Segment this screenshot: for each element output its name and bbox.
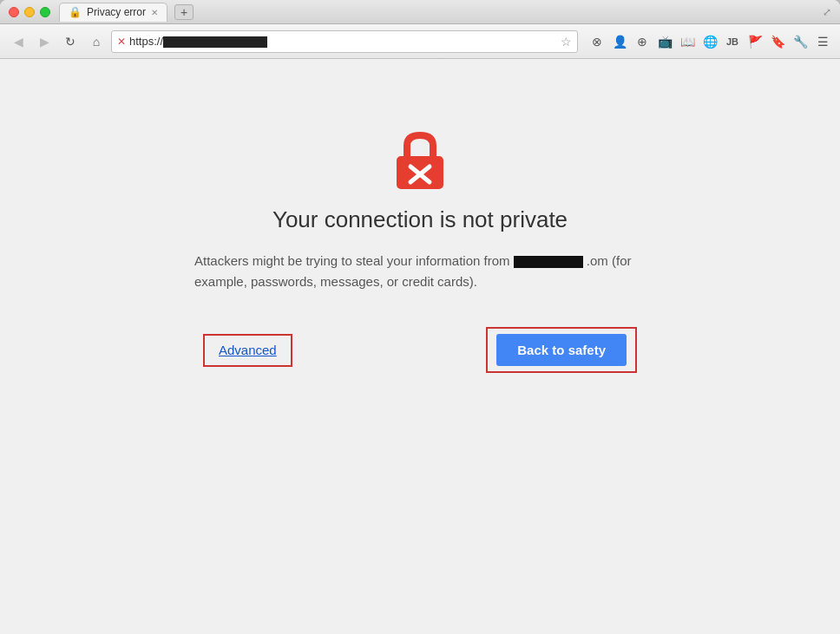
url-redacted xyxy=(163,36,267,48)
minimize-window-button[interactable] xyxy=(24,7,35,17)
maximize-window-button[interactable] xyxy=(40,7,50,17)
window-resize-icon[interactable]: ⤢ xyxy=(823,6,831,18)
error-description: Attackers might be trying to steal your … xyxy=(194,251,646,292)
jb-icon[interactable]: JB xyxy=(722,31,743,52)
advanced-button[interactable]: Advanced xyxy=(219,343,277,357)
flag-icon[interactable]: 🚩 xyxy=(745,31,765,52)
traffic-lights xyxy=(9,7,50,17)
url-text: https:// xyxy=(129,35,557,48)
back-safety-button-wrapper: Back to safety xyxy=(486,327,637,373)
bookmark-star-icon[interactable]: ☆ xyxy=(561,35,572,49)
browser-window: 🔒 Privacy error ✕ + ⤢ ◀ ▶ ↻ ⌂ ✕ https://… xyxy=(0,0,840,634)
reload-button[interactable]: ↻ xyxy=(59,30,82,53)
globe-icon[interactable]: 🌐 xyxy=(699,31,720,52)
error-icon[interactable]: ⊗ xyxy=(587,31,607,52)
cast-icon[interactable]: 📺 xyxy=(654,31,675,52)
menu-button[interactable]: ☰ xyxy=(812,31,833,52)
tab-close-button[interactable]: ✕ xyxy=(151,8,158,17)
close-window-button[interactable] xyxy=(9,7,19,17)
back-to-safety-button[interactable]: Back to safety xyxy=(496,334,627,366)
person-icon[interactable]: 👤 xyxy=(609,31,630,52)
tab-favicon: 🔒 xyxy=(69,6,82,18)
tab-bar: 🔒 Privacy error ✕ + xyxy=(59,3,823,22)
page-content: Your connection is not private Attackers… xyxy=(0,59,840,634)
redacted-domain xyxy=(514,256,583,268)
action-buttons: Advanced Back to safety xyxy=(194,327,646,373)
bookmark-icon[interactable]: 🔖 xyxy=(767,31,788,52)
active-tab[interactable]: 🔒 Privacy error ✕ xyxy=(59,3,167,22)
forward-button[interactable]: ▶ xyxy=(33,30,56,53)
lock-error-icon xyxy=(390,128,450,189)
titlebar: 🔒 Privacy error ✕ + ⤢ xyxy=(0,0,840,24)
home-button[interactable]: ⌂ xyxy=(85,30,108,53)
translate-icon[interactable]: ⊕ xyxy=(632,31,653,52)
back-button[interactable]: ◀ xyxy=(7,30,30,53)
advanced-button-wrapper: Advanced xyxy=(203,334,292,367)
error-title: Your connection is not private xyxy=(272,206,568,233)
navbar: ◀ ▶ ↻ ⌂ ✕ https:// ☆ ⊗ 👤 ⊕ 📺 📖 🌐 JB 🚩 🔖 … xyxy=(0,24,840,59)
new-tab-button[interactable]: + xyxy=(174,4,194,20)
toolbar-icons: ⊗ 👤 ⊕ 📺 📖 🌐 JB 🚩 🔖 🔧 ☰ xyxy=(587,31,833,52)
security-warning-icon: ✕ xyxy=(117,36,126,48)
tab-title: Privacy error xyxy=(87,6,146,18)
bookmark-manager-icon[interactable]: 📖 xyxy=(677,31,698,52)
error-container: Your connection is not private Attackers… xyxy=(160,128,680,373)
extension-icon[interactable]: 🔧 xyxy=(790,31,810,52)
desc-before: Attackers might be trying to steal your … xyxy=(194,253,509,268)
address-bar[interactable]: ✕ https:// ☆ xyxy=(111,30,578,53)
url-prefix: https:// xyxy=(129,35,163,48)
